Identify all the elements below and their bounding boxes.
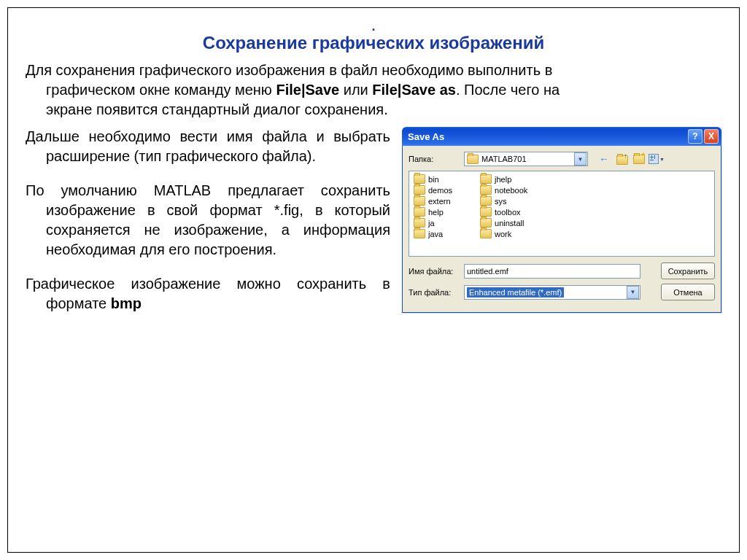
intro-line2c: . После чего на	[456, 82, 560, 98]
file-list[interactable]: bin demos extern help ja java jhelp note…	[409, 171, 715, 257]
list-item[interactable]: notebook	[480, 185, 527, 195]
list-item[interactable]: work	[480, 229, 527, 238]
folder-combo[interactable]: MATLAB701 ▼	[464, 152, 588, 166]
list-item-label: jhelp	[495, 175, 511, 184]
page-title: Сохранение графических изображений	[23, 33, 724, 53]
chevron-down-icon[interactable]: ▼	[574, 152, 587, 166]
list-item[interactable]: extern	[414, 196, 452, 206]
list-item[interactable]: ja	[414, 218, 452, 228]
left-column: Дальше необходимо вести имя файла и выбр…	[26, 127, 390, 328]
list-item-label: toolbox	[495, 208, 520, 217]
folder-icon	[480, 196, 492, 206]
filename-input[interactable]: untitled.emf	[464, 264, 640, 279]
list-item[interactable]: help	[414, 207, 452, 217]
back-button[interactable]: ←	[597, 152, 611, 166]
close-button[interactable]: X	[704, 129, 719, 144]
paragraph-3-bold: bmp	[111, 295, 142, 311]
paragraph-2: По умолчанию MATLAB предлагает сохранить…	[26, 181, 390, 260]
filetype-value: Enhanced metafile (*.emf)	[467, 287, 564, 298]
paragraph-1: Дальше необходимо вести имя файла и выбр…	[26, 127, 390, 166]
filetype-label: Тип файла:	[409, 288, 460, 297]
folder-icon	[480, 174, 492, 184]
list-item[interactable]: java	[414, 229, 452, 238]
folder-icon	[467, 155, 479, 164]
intro-line3: экране появится стандартный диалог сохра…	[46, 101, 388, 117]
list-item-label: demos	[428, 186, 452, 195]
folder-icon	[480, 229, 492, 238]
list-item[interactable]: toolbox	[480, 207, 527, 217]
folder-icon	[414, 207, 425, 217]
list-item-label: sys	[495, 197, 507, 206]
list-item-label: extern	[428, 197, 451, 206]
filename-label: Имя файла:	[409, 267, 460, 276]
list-item[interactable]: sys	[480, 196, 527, 206]
folder-icon	[414, 174, 425, 184]
folder-icon	[480, 218, 492, 228]
folder-icon	[480, 185, 492, 195]
save-as-dialog: Save As ? X Папка: MATLAB701 ▼ ←	[402, 127, 721, 313]
intro-paragraph: Для сохранения графического изображения …	[23, 61, 724, 127]
list-item-label: java	[428, 230, 443, 238]
list-item-label: ja	[428, 219, 435, 228]
list-item-label: work	[495, 230, 511, 238]
folder-label: Папка:	[409, 155, 460, 163]
list-item[interactable]: uninstall	[480, 218, 527, 228]
filename-value: untitled.emf	[467, 267, 508, 276]
new-folder-button[interactable]	[632, 152, 646, 166]
cancel-button[interactable]: Отмена	[661, 284, 715, 300]
intro-bold2: File|Save as	[372, 82, 456, 98]
list-item-label: notebook	[495, 186, 527, 195]
paragraph-3: Графическое изображение можно сохранить …	[26, 274, 390, 314]
list-item[interactable]: demos	[414, 185, 452, 195]
paragraph-3a: Графическое изображение можно сохранить …	[26, 276, 390, 311]
chevron-down-icon[interactable]: ▼	[627, 286, 639, 299]
folder-icon	[414, 218, 425, 228]
intro-line2a: графическом окне команду меню	[46, 82, 276, 98]
folder-icon	[480, 207, 492, 217]
intro-line1: Для сохранения графического изображения …	[26, 62, 552, 78]
view-menu-button[interactable]: ▼	[649, 152, 664, 166]
save-button[interactable]: Сохранить	[661, 262, 715, 279]
up-one-level-button[interactable]	[614, 152, 629, 166]
filetype-combo[interactable]: Enhanced metafile (*.emf) ▼	[464, 285, 640, 300]
folder-icon	[414, 196, 425, 206]
list-item[interactable]: bin	[414, 174, 452, 184]
dialog-titlebar[interactable]: Save As ? X	[402, 127, 721, 146]
help-button[interactable]: ?	[688, 129, 703, 144]
folder-icon	[414, 185, 425, 195]
intro-line2b: или	[339, 82, 372, 98]
dialog-title: Save As	[408, 131, 686, 142]
heading-dot: .	[23, 23, 724, 30]
list-item-label: help	[428, 208, 444, 217]
folder-icon	[414, 229, 425, 238]
intro-bold1: File|Save	[276, 82, 339, 98]
folder-value: MATLAB701	[481, 155, 527, 163]
list-item-label: uninstall	[495, 219, 524, 228]
list-item-label: bin	[428, 175, 439, 184]
list-item[interactable]: jhelp	[480, 174, 527, 184]
